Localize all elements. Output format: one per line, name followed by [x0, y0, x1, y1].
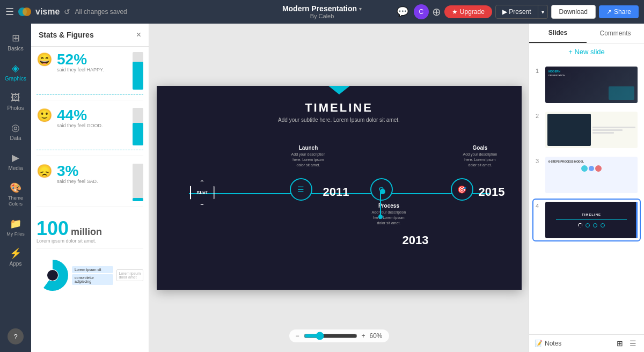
comment-button[interactable]: 💬 — [394, 4, 411, 20]
panel-header: Stats & Figures × — [31, 24, 149, 47]
stat-sad-desc: said they feel SAD. — [57, 179, 128, 184]
stat-good-bar — [133, 108, 143, 145]
tab-slides[interactable]: Slides — [529, 24, 587, 43]
stat-happy-bar — [133, 52, 143, 90]
sidebar-item-apps[interactable]: ⚡ Apps — [2, 243, 30, 271]
stat-100m-unit: million — [71, 226, 102, 238]
launch-label-area: Launch Add your description here. Lorem … — [290, 145, 327, 167]
goals-node-circle[interactable]: 🎯 — [451, 178, 473, 201]
slide-2-number: 2 — [536, 113, 542, 119]
slide-thumb-3[interactable]: 3 6-STEPS PROCESS MODEL — [533, 155, 640, 195]
stat-item-sad[interactable]: 😞 3% said they feel SAD. — [36, 164, 143, 207]
logo: visme — [18, 6, 60, 17]
slide-thumb-2[interactable]: 2 — [533, 109, 640, 150]
slide-thumb-1[interactable]: 1 MODERN PRESENTATION — [533, 64, 640, 105]
sidebar-item-photos[interactable]: 🖼 Photos — [2, 88, 30, 115]
add-collaborator-button[interactable]: ⊕ — [432, 5, 441, 18]
tabs-row: Slides Comments — [529, 24, 644, 43]
process-year: 2013 — [402, 233, 429, 247]
apps-icon: ⚡ — [10, 247, 21, 259]
upgrade-label: Upgrade — [460, 8, 485, 16]
sidebar-item-graphics-label: Graphics — [5, 76, 26, 82]
pie-labels: Lorem ipsum sit consectetur adipiscing — [72, 266, 113, 285]
help-icon: ? — [13, 333, 17, 341]
stat-good-percent: 44% — [57, 108, 128, 123]
launch-year: 2011 — [323, 185, 349, 199]
present-dropdown-button[interactable]: ▾ — [538, 5, 548, 19]
panel-title: Stats & Figures — [39, 31, 94, 39]
sidebar-item-theme-colors-label: Theme Colors — [4, 195, 27, 207]
stat-item-pie[interactable]: Lorem ipsum sit consectetur adipiscing L… — [36, 256, 143, 295]
sidebar-item-basics[interactable]: ⊞ Basics — [2, 28, 30, 56]
goals-year: 2015 — [479, 185, 505, 199]
active-slide-indicator — [636, 202, 638, 238]
slide-3-preview[interactable]: 6-STEPS PROCESS MODEL — [545, 157, 638, 193]
tab-comments[interactable]: Comments — [587, 24, 644, 43]
stat-sad-percent: 3% — [57, 164, 128, 179]
slides-list: 1 MODERN PRESENTATION 2 — [529, 60, 644, 334]
upgrade-button[interactable]: ★ Upgrade — [444, 5, 492, 18]
share-label: Share — [614, 8, 631, 16]
main-area: ⊞ Basics ◈ Graphics 🖼 Photos ◎ Data ▶ Me… — [0, 24, 644, 352]
sidebar-item-theme-colors[interactable]: 🎨 Theme Colors — [2, 178, 30, 211]
panel-content: 😄 52% said they feel HAPPY. 🙂 44% — [31, 47, 149, 352]
avatar[interactable]: C — [414, 4, 429, 19]
stat-100m-number: 100 — [36, 219, 69, 238]
topbar-left: ☰ visme ↺ All changes saved — [5, 6, 278, 18]
sidebar-item-media[interactable]: ▶ Media — [2, 148, 30, 175]
topbar: ☰ visme ↺ All changes saved Modern Prese… — [0, 0, 644, 24]
process-label: Process — [370, 203, 408, 209]
menu-button[interactable]: ☰ — [5, 6, 14, 18]
presentation-title: Modern Presentation — [282, 4, 357, 13]
present-button[interactable]: ▶ Present — [495, 5, 538, 19]
logo-text: visme — [35, 7, 60, 17]
stats-panel: Stats & Figures × 😄 52% said they feel H… — [31, 24, 149, 352]
zoom-plus-icon[interactable]: + — [361, 332, 365, 340]
start-node[interactable]: Start — [190, 180, 215, 205]
slide-thumb-4[interactable]: 4 TIMELINE — [533, 200, 640, 240]
top-triangle-decoration — [328, 86, 350, 94]
title-dropdown-icon[interactable]: ▾ — [359, 6, 362, 12]
list-view-button[interactable]: ☰ — [627, 338, 639, 349]
topbar-right: 💬 C ⊕ ★ Upgrade ▶ Present ▾ Download ↗ S… — [366, 4, 639, 20]
sidebar-item-graphics[interactable]: ◈ Graphics — [2, 58, 30, 86]
share-button[interactable]: ↗ Share — [599, 5, 639, 18]
process-vert-line — [380, 192, 381, 216]
slide-2-preview[interactable] — [545, 112, 638, 148]
stat-good-desc: said they feel GOOD. — [57, 123, 128, 128]
sidebar-item-media-label: Media — [8, 165, 23, 171]
slide-canvas[interactable]: TIMELINE Add your subtitle here. Lorem I… — [157, 86, 522, 290]
stat-item-good[interactable]: 🙂 44% said they feel GOOD. — [36, 108, 143, 156]
sidebar-item-data[interactable]: ◎ Data — [2, 118, 30, 145]
sidebar-item-apps-label: Apps — [10, 261, 22, 267]
sidebar-left: ⊞ Basics ◈ Graphics 🖼 Photos ◎ Data ▶ Me… — [0, 24, 31, 352]
sidebar-item-help[interactable]: ? — [8, 328, 24, 344]
stat-item-happy[interactable]: 😄 52% said they feel HAPPY. — [36, 52, 143, 100]
pie-label-right: Lorem ipsumdolor amet — [116, 269, 143, 281]
theme-colors-icon: 🎨 — [10, 182, 21, 194]
grid-view-button[interactable]: ⊞ — [614, 338, 625, 349]
photos-icon: 🖼 — [11, 92, 20, 104]
present-button-group: ▶ Present ▾ — [495, 5, 548, 19]
launch-node-circle[interactable]: ☰ — [290, 178, 312, 201]
zoom-minus-icon[interactable]: − — [295, 332, 299, 340]
notes-button[interactable]: 📝 Notes — [535, 340, 561, 347]
sidebar-item-data-label: Data — [10, 135, 21, 141]
sidebar-item-my-files[interactable]: 📁 My Files — [2, 214, 30, 241]
slide-1-preview[interactable]: MODERN PRESENTATION — [545, 67, 638, 103]
download-button[interactable]: Download — [551, 5, 596, 19]
new-slide-button[interactable]: + New slide — [529, 43, 644, 60]
graphics-icon: ◈ — [12, 62, 19, 74]
launch-desc: Add your description here. Lorem ipsum d… — [290, 152, 327, 167]
slide-1-number: 1 — [536, 68, 542, 74]
zoom-slider[interactable] — [303, 332, 357, 340]
svg-point-4 — [47, 270, 58, 281]
panel-close-button[interactable]: × — [136, 30, 141, 40]
undo-button[interactable]: ↺ — [64, 8, 70, 16]
stat-good-icon: 🙂 — [36, 108, 53, 123]
canvas-area[interactable]: TIMELINE Add your subtitle here. Lorem I… — [149, 24, 529, 352]
stat-sad-icon: 😞 — [36, 164, 53, 179]
slide-title: TIMELINE — [157, 101, 522, 115]
stat-item-100m[interactable]: 100 million Lorem ipsum dolor sit amet. — [36, 215, 143, 248]
slide-4-preview[interactable]: TIMELINE — [545, 202, 638, 238]
